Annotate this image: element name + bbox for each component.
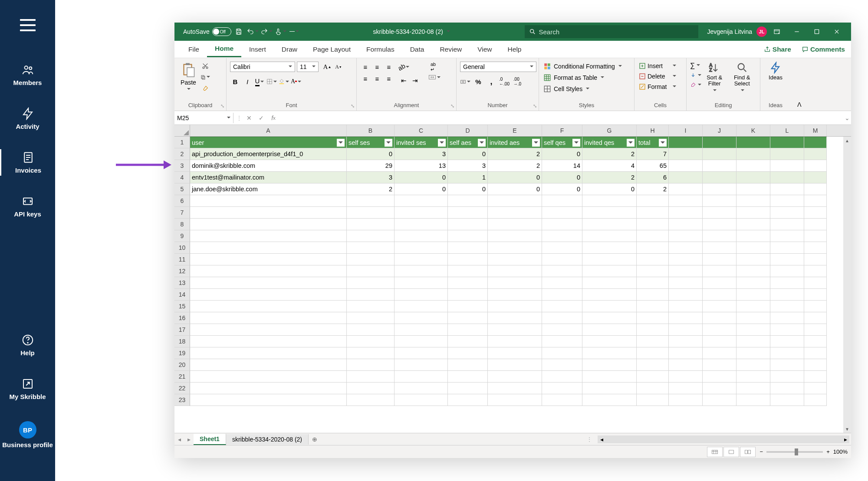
cell[interactable]: 65: [637, 160, 669, 172]
cell[interactable]: [804, 265, 827, 277]
cell[interactable]: [582, 195, 637, 207]
cell[interactable]: [736, 254, 770, 265]
col-header-H[interactable]: H: [637, 125, 669, 136]
cell[interactable]: [736, 137, 770, 148]
sheet-tab-1[interactable]: Sheet1: [194, 434, 226, 445]
cell[interactable]: 2: [582, 148, 637, 160]
cell[interactable]: [669, 219, 703, 230]
cell[interactable]: [542, 195, 582, 207]
cell[interactable]: 2: [582, 172, 637, 183]
cell[interactable]: [804, 336, 827, 347]
cell[interactable]: [347, 195, 395, 207]
col-header-B[interactable]: B: [347, 125, 395, 136]
cell[interactable]: [347, 265, 395, 277]
select-all-corner[interactable]: [174, 125, 190, 136]
undo-button[interactable]: [246, 25, 259, 38]
cell[interactable]: [448, 230, 488, 242]
cell[interactable]: [669, 383, 703, 394]
cell[interactable]: [736, 312, 770, 324]
cell[interactable]: [190, 207, 347, 219]
cell[interactable]: [804, 148, 827, 160]
cell[interactable]: [542, 242, 582, 254]
maximize-button[interactable]: [807, 23, 827, 41]
find-select-button[interactable]: Find & Select: [727, 62, 756, 94]
format-cells-button[interactable]: Format: [638, 82, 677, 91]
user-avatar[interactable]: JL: [756, 26, 767, 37]
touch-mode-button[interactable]: [274, 25, 287, 38]
formula-input[interactable]: [281, 113, 843, 123]
cell[interactable]: user: [190, 137, 347, 148]
cell[interactable]: 0: [542, 183, 582, 195]
cell[interactable]: 0: [395, 183, 448, 195]
cell[interactable]: [582, 301, 637, 312]
cell[interactable]: [669, 230, 703, 242]
cell[interactable]: [395, 254, 448, 265]
insert-cells-button[interactable]: Insert: [638, 62, 677, 70]
filter-dropdown-button[interactable]: [627, 139, 635, 147]
conditional-formatting-button[interactable]: Conditional Formatting: [542, 62, 623, 71]
cell[interactable]: [395, 324, 448, 336]
cell[interactable]: [347, 336, 395, 347]
cell[interactable]: [804, 394, 827, 406]
cell[interactable]: [190, 324, 347, 336]
cell[interactable]: [736, 359, 770, 371]
cell[interactable]: [736, 195, 770, 207]
cell[interactable]: [582, 371, 637, 383]
cell[interactable]: [703, 336, 736, 347]
cell[interactable]: self ses: [347, 137, 395, 148]
cell[interactable]: [669, 347, 703, 359]
align-middle-button[interactable]: ≡: [372, 62, 382, 72]
sidebar-item-invoices[interactable]: Invoices: [0, 149, 55, 176]
cell[interactable]: [637, 359, 669, 371]
cell[interactable]: [804, 383, 827, 394]
cell[interactable]: [395, 242, 448, 254]
cell[interactable]: [448, 254, 488, 265]
increase-decimal-button[interactable]: .0←.00: [499, 76, 510, 87]
cell[interactable]: [669, 242, 703, 254]
cell[interactable]: [736, 242, 770, 254]
cell[interactable]: 6: [637, 172, 669, 183]
filter-dropdown-button[interactable]: [572, 139, 580, 147]
cell[interactable]: 2: [347, 183, 395, 195]
cell[interactable]: [582, 289, 637, 301]
cell[interactable]: total: [637, 137, 669, 148]
ideas-button[interactable]: Ideas: [766, 62, 785, 81]
cell[interactable]: [804, 254, 827, 265]
tab-help[interactable]: Help: [500, 42, 529, 57]
row-header[interactable]: 12: [174, 265, 190, 277]
cell[interactable]: [190, 359, 347, 371]
cell[interactable]: [804, 301, 827, 312]
cell[interactable]: [448, 265, 488, 277]
number-format-select[interactable]: General: [460, 62, 536, 72]
cell[interactable]: [347, 383, 395, 394]
cell[interactable]: [582, 242, 637, 254]
cell[interactable]: [703, 172, 736, 183]
cell[interactable]: [190, 336, 347, 347]
cell[interactable]: [770, 289, 804, 301]
cell[interactable]: [488, 254, 542, 265]
expand-formula-button[interactable]: ⌄: [843, 115, 851, 121]
cell[interactable]: [395, 347, 448, 359]
currency-button[interactable]: [460, 76, 470, 87]
cell[interactable]: [542, 207, 582, 219]
cell[interactable]: 7: [637, 148, 669, 160]
sidebar-item-members[interactable]: Members: [0, 62, 55, 88]
cell[interactable]: [542, 371, 582, 383]
font-size-select[interactable]: 11: [297, 62, 319, 72]
tab-data[interactable]: Data: [402, 42, 432, 57]
cell[interactable]: 0: [448, 148, 488, 160]
sheet-tab-2[interactable]: skribble-5334-2020-08 (2): [226, 434, 309, 445]
cell[interactable]: [190, 289, 347, 301]
cell[interactable]: [347, 324, 395, 336]
cell[interactable]: entv1test@mailinator.com: [190, 172, 347, 183]
cell[interactable]: [347, 207, 395, 219]
cell[interactable]: [190, 383, 347, 394]
cell[interactable]: [488, 359, 542, 371]
cell[interactable]: [542, 289, 582, 301]
cell[interactable]: [703, 148, 736, 160]
cell[interactable]: [347, 254, 395, 265]
cell[interactable]: [190, 265, 347, 277]
tab-home[interactable]: Home: [207, 41, 241, 57]
cell[interactable]: [703, 254, 736, 265]
cell[interactable]: [669, 301, 703, 312]
